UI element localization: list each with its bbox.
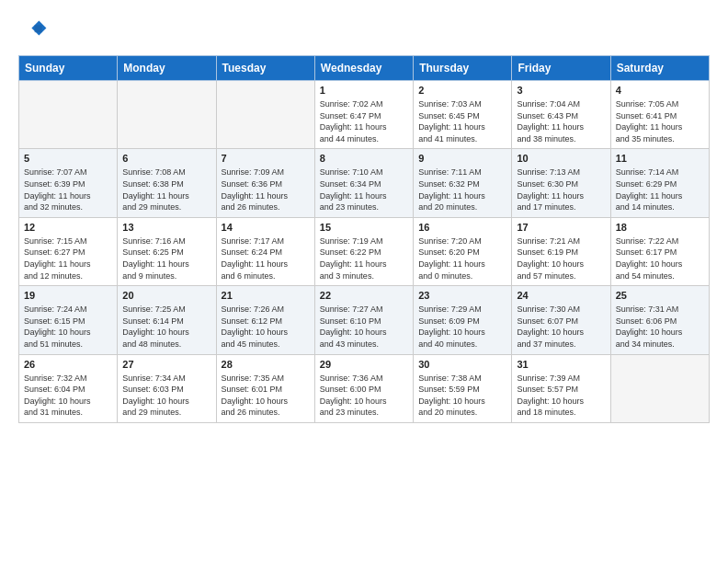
- calendar-day-cell: [610, 354, 709, 422]
- day-number: 29: [320, 359, 408, 370]
- calendar-day-cell: 17Sunrise: 7:21 AM Sunset: 6:19 PM Dayli…: [512, 217, 610, 285]
- calendar-day-cell: 28Sunrise: 7:35 AM Sunset: 6:01 PM Dayli…: [216, 354, 314, 422]
- day-number: 3: [517, 85, 605, 96]
- day-info: Sunrise: 7:26 AM Sunset: 6:12 PM Dayligh…: [222, 304, 310, 350]
- day-info: Sunrise: 7:24 AM Sunset: 6:15 PM Dayligh…: [24, 304, 112, 350]
- calendar-day-cell: 12Sunrise: 7:15 AM Sunset: 6:27 PM Dayli…: [19, 217, 118, 285]
- calendar-day-cell: 4Sunrise: 7:05 AM Sunset: 6:41 PM Daylig…: [610, 81, 709, 149]
- day-info: Sunrise: 7:34 AM Sunset: 6:03 PM Dayligh…: [122, 373, 210, 419]
- day-number: 25: [616, 290, 704, 301]
- day-info: Sunrise: 7:27 AM Sunset: 6:10 PM Dayligh…: [320, 304, 408, 350]
- calendar-day-cell: 26Sunrise: 7:32 AM Sunset: 6:04 PM Dayli…: [19, 354, 118, 422]
- weekday-header: Thursday: [414, 56, 512, 81]
- day-number: 18: [616, 222, 704, 233]
- day-number: 10: [517, 153, 605, 164]
- calendar-day-cell: 31Sunrise: 7:39 AM Sunset: 5:57 PM Dayli…: [512, 354, 610, 422]
- svg-marker-2: [35, 25, 42, 32]
- day-number: 30: [418, 359, 506, 370]
- calendar-day-cell: 19Sunrise: 7:24 AM Sunset: 6:15 PM Dayli…: [19, 286, 118, 354]
- calendar-day-cell: 18Sunrise: 7:22 AM Sunset: 6:17 PM Dayli…: [610, 217, 709, 285]
- calendar-container: SundayMondayTuesdayWednesdayThursdayFrid…: [0, 0, 728, 432]
- weekday-header: Tuesday: [216, 56, 314, 81]
- calendar-day-cell: 24Sunrise: 7:30 AM Sunset: 6:07 PM Dayli…: [512, 286, 610, 354]
- logo: [18, 15, 51, 44]
- calendar-day-cell: 27Sunrise: 7:34 AM Sunset: 6:03 PM Dayli…: [118, 354, 216, 422]
- day-number: 4: [616, 85, 704, 96]
- day-number: 13: [122, 222, 210, 233]
- day-number: 21: [222, 290, 310, 301]
- calendar-day-cell: 15Sunrise: 7:19 AM Sunset: 6:22 PM Dayli…: [314, 217, 413, 285]
- day-info: Sunrise: 7:19 AM Sunset: 6:22 PM Dayligh…: [320, 236, 408, 282]
- day-info: Sunrise: 7:08 AM Sunset: 6:38 PM Dayligh…: [122, 167, 210, 213]
- day-info: Sunrise: 7:39 AM Sunset: 5:57 PM Dayligh…: [517, 373, 605, 419]
- weekday-header: Wednesday: [314, 56, 413, 81]
- calendar-table: SundayMondayTuesdayWednesdayThursdayFrid…: [18, 55, 710, 423]
- day-info: Sunrise: 7:25 AM Sunset: 6:14 PM Dayligh…: [122, 304, 210, 350]
- calendar-day-cell: [19, 81, 118, 149]
- day-number: 14: [222, 222, 310, 233]
- day-number: 1: [320, 85, 408, 96]
- calendar-day-cell: 21Sunrise: 7:26 AM Sunset: 6:12 PM Dayli…: [216, 286, 314, 354]
- day-number: 31: [517, 359, 605, 370]
- calendar-day-cell: 11Sunrise: 7:14 AM Sunset: 6:29 PM Dayli…: [610, 149, 709, 217]
- calendar-day-cell: 5Sunrise: 7:07 AM Sunset: 6:39 PM Daylig…: [19, 149, 118, 217]
- day-number: 20: [122, 290, 210, 301]
- day-info: Sunrise: 7:05 AM Sunset: 6:41 PM Dayligh…: [616, 98, 704, 144]
- day-number: 8: [320, 153, 408, 164]
- day-info: Sunrise: 7:29 AM Sunset: 6:09 PM Dayligh…: [418, 304, 506, 350]
- day-info: Sunrise: 7:11 AM Sunset: 6:32 PM Dayligh…: [418, 167, 506, 213]
- day-number: 26: [24, 359, 112, 370]
- calendar-day-cell: 9Sunrise: 7:11 AM Sunset: 6:32 PM Daylig…: [414, 149, 512, 217]
- calendar-day-cell: 22Sunrise: 7:27 AM Sunset: 6:10 PM Dayli…: [314, 286, 413, 354]
- calendar-week-row: 5Sunrise: 7:07 AM Sunset: 6:39 PM Daylig…: [19, 149, 710, 217]
- day-info: Sunrise: 7:20 AM Sunset: 6:20 PM Dayligh…: [418, 236, 506, 282]
- day-number: 16: [418, 222, 506, 233]
- calendar-day-cell: 23Sunrise: 7:29 AM Sunset: 6:09 PM Dayli…: [414, 286, 512, 354]
- calendar-day-cell: 13Sunrise: 7:16 AM Sunset: 6:25 PM Dayli…: [118, 217, 216, 285]
- calendar-day-cell: 8Sunrise: 7:10 AM Sunset: 6:34 PM Daylig…: [314, 149, 413, 217]
- day-info: Sunrise: 7:14 AM Sunset: 6:29 PM Dayligh…: [616, 167, 704, 213]
- calendar-day-cell: [216, 81, 314, 149]
- day-number: 12: [24, 222, 112, 233]
- calendar-day-cell: 30Sunrise: 7:38 AM Sunset: 5:59 PM Dayli…: [414, 354, 512, 422]
- day-number: 2: [418, 85, 506, 96]
- day-info: Sunrise: 7:10 AM Sunset: 6:34 PM Dayligh…: [320, 167, 408, 213]
- day-number: 17: [517, 222, 605, 233]
- day-number: 19: [24, 290, 112, 301]
- day-number: 22: [320, 290, 408, 301]
- day-number: 9: [418, 153, 506, 164]
- day-info: Sunrise: 7:31 AM Sunset: 6:06 PM Dayligh…: [616, 304, 704, 350]
- day-number: 24: [517, 290, 605, 301]
- weekday-header: Sunday: [19, 56, 118, 81]
- calendar-day-cell: 16Sunrise: 7:20 AM Sunset: 6:20 PM Dayli…: [414, 217, 512, 285]
- header: [18, 15, 710, 44]
- day-number: 6: [122, 153, 210, 164]
- calendar-day-cell: 14Sunrise: 7:17 AM Sunset: 6:24 PM Dayli…: [216, 217, 314, 285]
- calendar-week-row: 12Sunrise: 7:15 AM Sunset: 6:27 PM Dayli…: [19, 217, 710, 285]
- day-info: Sunrise: 7:21 AM Sunset: 6:19 PM Dayligh…: [517, 236, 605, 282]
- weekday-header: Friday: [512, 56, 610, 81]
- calendar-day-cell: 2Sunrise: 7:03 AM Sunset: 6:45 PM Daylig…: [414, 81, 512, 149]
- calendar-week-row: 26Sunrise: 7:32 AM Sunset: 6:04 PM Dayli…: [19, 354, 710, 422]
- day-info: Sunrise: 7:36 AM Sunset: 6:00 PM Dayligh…: [320, 373, 408, 419]
- day-info: Sunrise: 7:09 AM Sunset: 6:36 PM Dayligh…: [222, 167, 310, 213]
- day-number: 5: [24, 153, 112, 164]
- calendar-week-row: 1Sunrise: 7:02 AM Sunset: 6:47 PM Daylig…: [19, 81, 710, 149]
- calendar-day-cell: [118, 81, 216, 149]
- day-info: Sunrise: 7:22 AM Sunset: 6:17 PM Dayligh…: [616, 236, 704, 282]
- logo-icon: [18, 15, 48, 44]
- day-info: Sunrise: 7:17 AM Sunset: 6:24 PM Dayligh…: [222, 236, 310, 282]
- day-info: Sunrise: 7:03 AM Sunset: 6:45 PM Dayligh…: [418, 98, 506, 144]
- day-info: Sunrise: 7:35 AM Sunset: 6:01 PM Dayligh…: [222, 373, 310, 419]
- calendar-day-cell: 25Sunrise: 7:31 AM Sunset: 6:06 PM Dayli…: [610, 286, 709, 354]
- day-number: 28: [222, 359, 310, 370]
- calendar-day-cell: 7Sunrise: 7:09 AM Sunset: 6:36 PM Daylig…: [216, 149, 314, 217]
- calendar-header-row: SundayMondayTuesdayWednesdayThursdayFrid…: [19, 56, 710, 81]
- calendar-day-cell: 3Sunrise: 7:04 AM Sunset: 6:43 PM Daylig…: [512, 81, 610, 149]
- day-info: Sunrise: 7:38 AM Sunset: 5:59 PM Dayligh…: [418, 373, 506, 419]
- weekday-header: Monday: [118, 56, 216, 81]
- day-number: 15: [320, 222, 408, 233]
- calendar-day-cell: 1Sunrise: 7:02 AM Sunset: 6:47 PM Daylig…: [314, 81, 413, 149]
- day-number: 11: [616, 153, 704, 164]
- day-info: Sunrise: 7:16 AM Sunset: 6:25 PM Dayligh…: [122, 236, 210, 282]
